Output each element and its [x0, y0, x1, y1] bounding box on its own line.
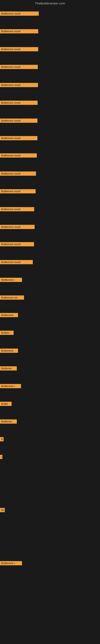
bottleneck-item-26: |	[0, 455, 2, 459]
bottleneck-item-9: Bottleneck result	[0, 153, 37, 158]
bottleneck-item-16: Bottleneck r	[0, 278, 22, 282]
bottleneck-item-2: Bottleneck result	[0, 29, 38, 34]
bottleneck-item-14: Bottleneck result	[0, 242, 34, 246]
bottleneck-item-7: Bottleneck result	[0, 118, 37, 123]
bottleneck-item-19: Bottlen	[0, 331, 14, 335]
bottleneck-item-10: Bottleneck result	[0, 172, 36, 176]
bottleneck-item-1: Bottleneck result	[0, 12, 39, 16]
bottleneck-item-13: Bottleneck result	[0, 225, 35, 229]
bottleneck-item-6: Bottleneck result	[0, 100, 38, 105]
bottleneck-item-21: Bottlenec	[0, 366, 17, 370]
bottleneck-item-3: Bottleneck result	[0, 47, 38, 51]
bottleneck-item-11: Bottleneck result	[0, 189, 36, 194]
bottleneck-item-25: B	[0, 437, 3, 441]
bottleneck-item-12: Bottleneck result	[0, 207, 34, 211]
bottleneck-item-24: Bottlenec	[0, 420, 17, 424]
bottleneck-item-8: Bottleneck result	[0, 136, 37, 140]
bottleneck-item-4: Bottleneck result	[0, 65, 38, 69]
bottleneck-item-15: Bottleneck result	[0, 260, 33, 264]
bottleneck-item-20: Bottleneck	[0, 348, 18, 353]
bottleneck-item-17: Bottleneck res	[0, 296, 24, 300]
bottleneck-item-22: Bottleneck r	[0, 384, 21, 388]
bottleneck-item-5: Bottleneck result	[0, 83, 38, 87]
bottleneck-item-28: Bottleneck r	[0, 561, 22, 565]
bottleneck-item-23: Bottle	[0, 402, 12, 406]
bottleneck-item-18: Bottleneck	[0, 313, 18, 317]
bottleneck-item-27: Bo	[0, 508, 5, 512]
site-title: TheBottlenecker.com	[0, 0, 100, 6]
